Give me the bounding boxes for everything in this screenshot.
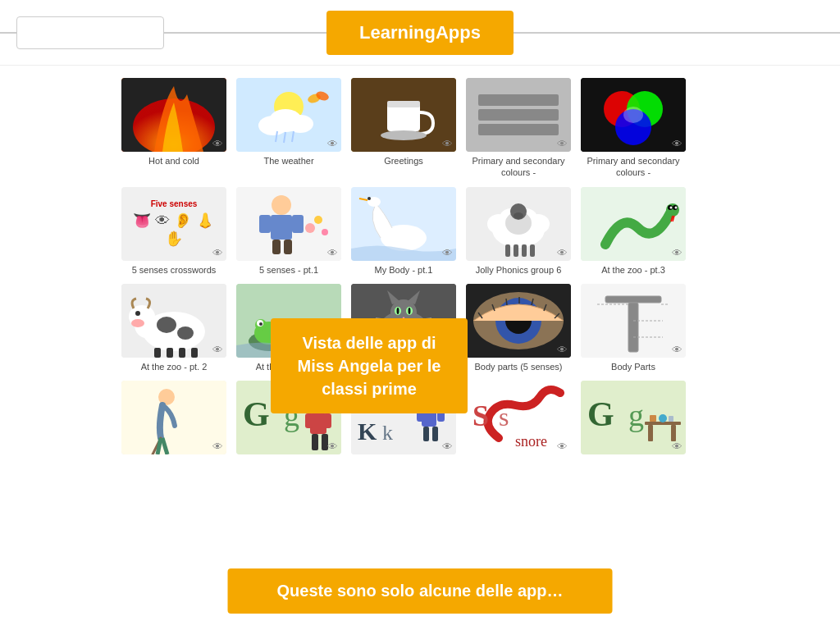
app-label-weather: The weather xyxy=(263,155,313,167)
svg-rect-66 xyxy=(191,348,198,358)
svg-point-84 xyxy=(397,308,399,314)
svg-rect-16 xyxy=(478,124,559,135)
eye-icon-zoo3: 👁 xyxy=(672,247,682,259)
svg-rect-63 xyxy=(154,348,161,358)
app-card-jolly[interactable]: 👁 Jolly Phonics group 6 xyxy=(465,187,572,276)
svg-rect-14 xyxy=(478,94,559,106)
svg-point-61 xyxy=(131,319,144,327)
app-thumbnail-old-person: 👁 xyxy=(121,381,226,454)
bottom-banner[interactable]: Queste sono solo alcune delle app… xyxy=(228,568,613,614)
eye-icon-greetings: 👁 xyxy=(442,138,453,150)
app-card-mybody[interactable]: 👁 My Body - pt.1 xyxy=(350,187,457,276)
svg-rect-105 xyxy=(628,303,638,352)
eye-icon-cc: 👁 xyxy=(442,441,453,453)
app-thumbnail-5senses-cross: Five senses 👅 👁 👂 👃 ✋ 👁 xyxy=(121,187,226,261)
svg-point-12 xyxy=(381,130,427,140)
eye-icon-jolly: 👁 xyxy=(557,247,568,259)
app-thumbnail-primary1: 👁 xyxy=(466,78,571,152)
svg-rect-144 xyxy=(669,416,673,422)
tooltip-overlay: Vista delle app di Miss Angela per le cl… xyxy=(271,318,468,413)
eye-icon-primary1: 👁 xyxy=(557,138,568,150)
svg-text:G: G xyxy=(243,395,270,433)
app-label-zoo2: At the zoo - pt. 2 xyxy=(141,361,208,372)
app-thumbnail-gg2: G g 👁 xyxy=(581,381,686,454)
svg-rect-24 xyxy=(271,215,292,240)
svg-point-53 xyxy=(670,206,673,208)
svg-rect-64 xyxy=(167,348,173,358)
svg-point-44 xyxy=(514,212,523,219)
app-thumbnail-bodyparts-senses: 👁 xyxy=(466,284,571,358)
app-thumbnail-zoo2: 👁 xyxy=(121,284,226,358)
app-thumbnail-bodyparts: 👁 xyxy=(581,284,686,358)
app-label-bodyparts: Body Parts xyxy=(611,361,655,372)
app-thumbnail-weather: 👁 xyxy=(236,78,341,152)
svg-rect-11 xyxy=(387,101,420,107)
svg-text:K: K xyxy=(358,418,377,445)
eye-icon-ss: 👁 xyxy=(557,441,568,453)
svg-text:S: S xyxy=(472,399,489,432)
svg-rect-15 xyxy=(478,109,559,121)
eye-icon-mybody: 👁 xyxy=(442,247,453,259)
eye-icon-weather: 👁 xyxy=(327,138,338,150)
app-card-zoo2[interactable]: 👁 At the zoo - pt. 2 xyxy=(121,284,227,372)
app-thumbnail-ss: S s snore 👁 xyxy=(466,381,571,454)
app-card-bodyparts[interactable]: 👁 Body Parts xyxy=(580,284,687,372)
app-card-zoo3[interactable]: 👁 At the zoo - pt.3 xyxy=(580,187,687,276)
app-label-greetings: Greetings xyxy=(384,155,423,167)
svg-rect-47 xyxy=(522,244,527,257)
svg-point-6 xyxy=(287,115,313,133)
svg-text:s: s xyxy=(499,402,509,431)
svg-text:g: g xyxy=(628,398,644,432)
app-label-bodyparts-senses: Body parts (5 senses) xyxy=(475,361,563,372)
svg-point-35 xyxy=(368,197,371,200)
app-title: LearningApps xyxy=(326,11,514,55)
svg-point-75 xyxy=(259,322,262,326)
eye-icon-old-person: 👁 xyxy=(212,441,223,453)
app-card-weather[interactable]: 👁 The weather xyxy=(235,78,342,179)
svg-rect-142 xyxy=(650,415,656,422)
app-card-old-person[interactable]: 👁 xyxy=(121,381,227,458)
svg-rect-46 xyxy=(514,244,518,257)
svg-point-143 xyxy=(659,414,667,422)
app-thumbnail-5senses-pt1: 👁 xyxy=(236,187,341,261)
svg-rect-131 xyxy=(432,427,438,441)
svg-rect-140 xyxy=(648,425,653,441)
app-label-zoo3: At the zoo - pt.3 xyxy=(601,264,665,276)
app-card-ss[interactable]: S s snore 👁 xyxy=(465,381,572,458)
app-thumbnail-colors: 👁 xyxy=(581,78,686,152)
app-card-5senses-pt1[interactable]: 👁 5 senses - pt.1 xyxy=(235,187,342,276)
svg-rect-117 xyxy=(305,413,313,428)
app-card-greetings[interactable]: 👁 Greetings xyxy=(350,78,457,179)
app-label-mybody: My Body - pt.1 xyxy=(375,264,433,276)
app-card-primary1[interactable]: 👁 Primary and secondary colours - xyxy=(465,78,572,179)
svg-rect-26 xyxy=(292,215,304,233)
app-label-5senses-cross: 5 senses crosswords xyxy=(132,264,217,276)
eye-icon-5senses-cross: 👁 xyxy=(212,247,223,259)
eye-icon-colors: 👁 xyxy=(672,138,682,150)
app-thumbnail-hot-cold: 👁 xyxy=(121,78,226,152)
eye-icon-bodyparts: 👁 xyxy=(672,344,682,356)
svg-point-21 xyxy=(623,107,643,123)
svg-point-23 xyxy=(272,195,291,215)
eye-icon-5senses-pt1: 👁 xyxy=(327,247,338,259)
app-label-5senses-pt1: 5 senses - pt.1 xyxy=(259,264,318,276)
app-label-hot-cold: Hot and cold xyxy=(148,155,199,167)
app-card-hot-cold[interactable]: 👁 Hot and cold xyxy=(121,78,227,179)
svg-rect-48 xyxy=(530,244,535,257)
svg-rect-25 xyxy=(259,215,271,233)
app-thumbnail-jolly: 👁 xyxy=(466,187,571,261)
app-card-5senses-cross[interactable]: Five senses 👅 👁 👂 👃 ✋ 👁 5 senses crosswo… xyxy=(121,187,227,276)
svg-text:snore: snore xyxy=(515,433,547,450)
svg-rect-118 xyxy=(323,413,331,428)
eye-icon-bodyparts-senses: 👁 xyxy=(557,344,568,356)
app-card-gg2[interactable]: G g 👁 xyxy=(580,381,687,458)
app-card-colors[interactable]: 👁 Primary and secondary colours - xyxy=(580,78,687,179)
app-thumbnail-mybody: 👁 xyxy=(351,187,456,261)
search-box[interactable] xyxy=(16,16,164,49)
svg-point-85 xyxy=(409,308,411,314)
svg-point-29 xyxy=(305,223,315,233)
app-card-bodyparts-senses[interactable]: 👁 Body parts (5 senses) xyxy=(465,284,572,372)
eye-icon-zoo2: 👁 xyxy=(212,344,223,356)
svg-rect-28 xyxy=(284,240,292,254)
svg-point-54 xyxy=(675,206,678,208)
